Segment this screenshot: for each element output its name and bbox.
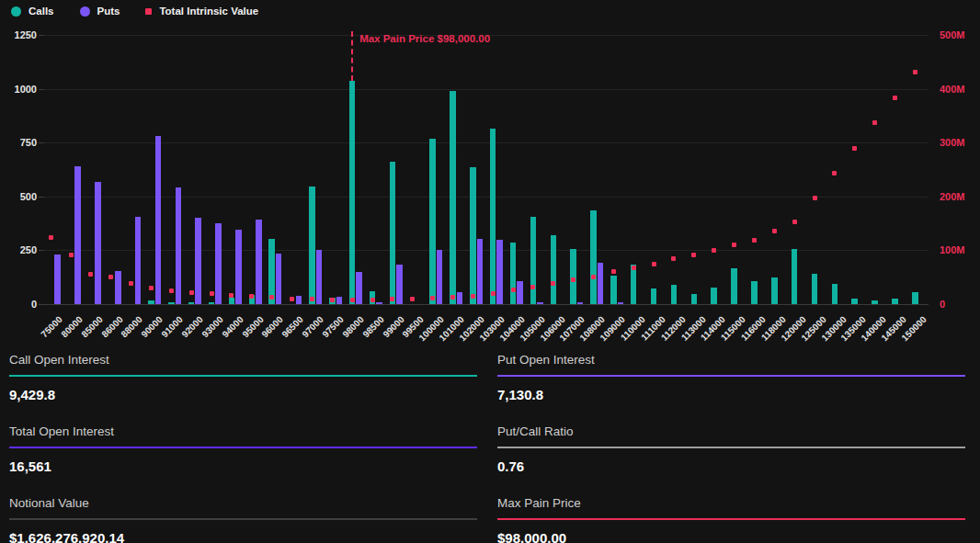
dot-intrinsic-96000[interactable] bbox=[269, 295, 274, 300]
bar-puts-108000[interactable] bbox=[598, 263, 604, 304]
bar-puts-102000[interactable] bbox=[477, 239, 484, 304]
bar-calls-108000[interactable] bbox=[590, 210, 597, 304]
bar-calls-104000[interactable] bbox=[510, 243, 517, 304]
dot-intrinsic-107000[interactable] bbox=[571, 277, 575, 282]
bar-calls-99000[interactable] bbox=[390, 162, 396, 304]
bar-puts-98000[interactable] bbox=[356, 272, 362, 304]
bar-calls-115000[interactable] bbox=[731, 268, 737, 304]
dot-intrinsic-103000[interactable] bbox=[491, 291, 496, 296]
dot-intrinsic-85000[interactable] bbox=[88, 272, 93, 277]
bar-calls-150000[interactable] bbox=[912, 292, 918, 304]
dot-intrinsic-109000[interactable] bbox=[611, 269, 616, 274]
dot-intrinsic-118000[interactable] bbox=[772, 229, 777, 233]
dot-intrinsic-91000[interactable] bbox=[169, 288, 174, 293]
dot-intrinsic-145000[interactable] bbox=[893, 96, 897, 100]
dot-intrinsic-130000[interactable] bbox=[832, 171, 837, 175]
bar-puts-103000[interactable] bbox=[496, 240, 503, 304]
bar-puts-96500[interactable] bbox=[296, 296, 302, 304]
dot-intrinsic-94000[interactable] bbox=[229, 293, 234, 298]
dot-intrinsic-75000[interactable] bbox=[49, 235, 53, 240]
dot-intrinsic-97500[interactable] bbox=[330, 298, 335, 302]
bar-calls-98000[interactable] bbox=[349, 81, 356, 304]
dot-intrinsic-113000[interactable] bbox=[691, 253, 696, 257]
dot-intrinsic-80000[interactable] bbox=[69, 253, 74, 257]
bar-puts-92000[interactable] bbox=[195, 218, 201, 304]
dot-intrinsic-104000[interactable] bbox=[511, 288, 516, 292]
bar-calls-114000[interactable] bbox=[711, 288, 717, 304]
bar-calls-107000[interactable] bbox=[570, 249, 576, 304]
bar-puts-107000[interactable] bbox=[577, 302, 584, 304]
bar-puts-86000[interactable] bbox=[115, 271, 121, 304]
bar-puts-98500[interactable] bbox=[376, 302, 382, 304]
bar-puts-105000[interactable] bbox=[537, 302, 543, 304]
bar-puts-90000[interactable] bbox=[155, 136, 162, 304]
dot-intrinsic-135000[interactable] bbox=[852, 146, 857, 151]
bar-calls-92000[interactable] bbox=[188, 302, 195, 304]
bar-calls-91000[interactable] bbox=[168, 302, 175, 304]
bar-calls-130000[interactable] bbox=[832, 284, 838, 304]
dot-intrinsic-110000[interactable] bbox=[632, 266, 636, 270]
bar-puts-109000[interactable] bbox=[618, 302, 624, 304]
bar-puts-100000[interactable] bbox=[437, 250, 443, 304]
bar-puts-91000[interactable] bbox=[176, 187, 182, 304]
dot-intrinsic-93000[interactable] bbox=[210, 291, 214, 296]
bar-calls-105000[interactable] bbox=[530, 217, 537, 304]
bar-puts-101000[interactable] bbox=[457, 292, 463, 304]
dot-intrinsic-95000[interactable] bbox=[249, 294, 254, 299]
bar-puts-75000[interactable] bbox=[54, 255, 61, 304]
dot-intrinsic-98000[interactable] bbox=[350, 298, 355, 302]
dot-intrinsic-125000[interactable] bbox=[813, 196, 817, 200]
bar-puts-85000[interactable] bbox=[95, 182, 101, 304]
bar-puts-99000[interactable] bbox=[396, 265, 403, 304]
bar-calls-93000[interactable] bbox=[209, 302, 215, 304]
bar-calls-125000[interactable] bbox=[812, 274, 818, 304]
dot-intrinsic-116000[interactable] bbox=[752, 238, 757, 243]
dot-intrinsic-86000[interactable] bbox=[108, 275, 113, 279]
dot-intrinsic-96500[interactable] bbox=[290, 297, 294, 301]
dot-intrinsic-99500[interactable] bbox=[410, 297, 415, 301]
bar-calls-110000[interactable] bbox=[631, 265, 637, 304]
dot-intrinsic-100000[interactable] bbox=[430, 296, 435, 300]
dot-intrinsic-92000[interactable] bbox=[189, 290, 194, 295]
bar-calls-94000[interactable] bbox=[229, 298, 235, 304]
dot-intrinsic-112000[interactable] bbox=[671, 256, 676, 261]
bar-calls-101000[interactable] bbox=[450, 91, 456, 304]
dot-intrinsic-150000[interactable] bbox=[913, 70, 917, 74]
dot-intrinsic-97000[interactable] bbox=[310, 297, 314, 301]
bar-calls-135000[interactable] bbox=[851, 299, 858, 304]
dot-intrinsic-99000[interactable] bbox=[390, 297, 394, 301]
dot-intrinsic-108000[interactable] bbox=[591, 275, 596, 279]
bar-calls-145000[interactable] bbox=[892, 299, 898, 304]
dot-intrinsic-111000[interactable] bbox=[652, 262, 656, 266]
bar-calls-102000[interactable] bbox=[470, 167, 476, 304]
dot-intrinsic-102000[interactable] bbox=[471, 294, 475, 299]
bar-calls-100000[interactable] bbox=[429, 139, 436, 304]
dot-intrinsic-101000[interactable] bbox=[450, 295, 455, 300]
dot-intrinsic-88000[interactable] bbox=[129, 281, 133, 286]
dot-intrinsic-106000[interactable] bbox=[551, 281, 555, 286]
dot-intrinsic-90000[interactable] bbox=[149, 286, 154, 290]
bar-puts-93000[interactable] bbox=[215, 223, 222, 304]
dot-intrinsic-115000[interactable] bbox=[732, 243, 736, 247]
bar-calls-97000[interactable] bbox=[309, 187, 315, 304]
dot-intrinsic-114000[interactable] bbox=[712, 248, 716, 253]
bar-puts-97500[interactable] bbox=[336, 297, 343, 304]
bar-puts-94000[interactable] bbox=[235, 230, 242, 304]
bar-calls-113000[interactable] bbox=[691, 294, 698, 304]
dot-intrinsic-120000[interactable] bbox=[792, 220, 797, 224]
bar-calls-90000[interactable] bbox=[148, 300, 154, 304]
bar-calls-118000[interactable] bbox=[771, 277, 778, 304]
bar-puts-97000[interactable] bbox=[316, 250, 323, 304]
dot-intrinsic-98500[interactable] bbox=[370, 298, 375, 302]
bar-calls-96000[interactable] bbox=[268, 239, 275, 304]
bar-calls-140000[interactable] bbox=[872, 300, 878, 304]
bar-puts-88000[interactable] bbox=[135, 217, 142, 304]
bar-calls-112000[interactable] bbox=[671, 285, 678, 304]
bar-calls-116000[interactable] bbox=[751, 281, 758, 304]
bar-puts-104000[interactable] bbox=[517, 281, 523, 304]
bar-calls-111000[interactable] bbox=[651, 288, 657, 304]
bar-puts-96000[interactable] bbox=[276, 254, 282, 304]
bar-calls-120000[interactable] bbox=[792, 249, 798, 304]
dot-intrinsic-105000[interactable] bbox=[530, 285, 535, 289]
bar-calls-103000[interactable] bbox=[490, 129, 496, 304]
